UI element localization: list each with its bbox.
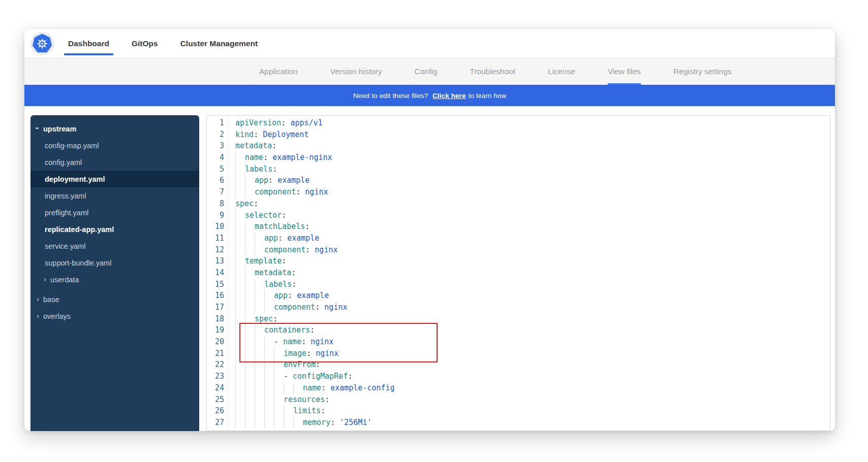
code-text: spec: [228,313,277,325]
yaml-key: labels [245,164,272,174]
indent-guide [245,417,255,428]
yaml-punct: : [268,176,277,185]
primary-tab-gitops[interactable]: GitOps [132,29,158,58]
line-number: 23 [207,371,228,382]
indent-guide [245,313,255,325]
code-line-20: 20- name: nginx [207,336,830,348]
code-line-12: 12component: nginx [207,244,830,256]
file-tree-item-overlays[interactable]: ›overlays [30,308,199,324]
code-line-5: 5labels: [207,163,830,175]
code-line-19: 19containers: [207,324,830,336]
indent-guide [274,394,284,406]
line-number: 1 [207,117,228,129]
yaml-key: component [264,245,305,254]
yaml-value: example-config [330,383,394,392]
yaml-value: nginx [305,187,328,196]
banner-click-here-link[interactable]: Click here [432,92,466,100]
code-text: component: nginx [228,302,348,313]
indent-guide [255,279,264,290]
line-number: 27 [207,417,228,428]
code-text: apiVersion: apps/v1 [228,117,323,129]
indent-guide [245,279,255,290]
yaml-key: name [245,153,263,162]
yaml-punct: : [305,245,315,254]
subnav-tab-config[interactable]: Config [415,58,438,85]
file-tree-item-support-bundle-yaml[interactable]: support-bundle.yaml [30,254,199,271]
indent-guide [245,394,255,406]
yaml-code-editor[interactable]: 1apiVersion: apps/v12kind: Deployment3me… [206,115,830,431]
indent-guide [264,371,274,382]
file-tree-item-service-yaml[interactable]: service.yaml [30,238,199,254]
indent-guide [245,186,255,198]
code-text: envFrom: [228,359,320,371]
yaml-punct: : [348,372,352,381]
code-line-11: 11app: example [207,233,830,244]
code-text: - name: nginx [228,336,333,348]
subnav-tab-view-files[interactable]: View files [608,58,641,85]
yaml-punct: : [263,153,272,162]
indent-guide [255,336,264,348]
code-line-26: 26limits: [207,405,830,417]
file-tree-item-replicated-app-yaml[interactable]: replicated-app.yaml [30,221,199,238]
indent-guide [264,417,274,428]
file-tree-item-base[interactable]: ›base [30,291,199,308]
file-tree-item-ingress-yaml[interactable]: ingress.yaml [30,187,199,204]
file-tree-label: config.yaml [45,158,82,167]
line-number: 20 [207,336,228,348]
subnav-tab-troubleshoot[interactable]: Troubleshoot [470,58,515,85]
file-tree-item-config-yaml[interactable]: config.yaml [30,154,199,171]
indent-guide [245,348,255,359]
yaml-punct: : [273,314,277,323]
yaml-value: example [277,176,309,185]
line-number: 26 [207,405,228,417]
indent-guide [255,359,264,371]
indent-guide [235,290,245,302]
subnav-tab-application[interactable]: Application [259,58,298,85]
code-line-22: 22envFrom: [207,359,830,371]
code-text: metadata: [228,267,296,279]
indent-guide [235,394,245,406]
primary-tab-dashboard[interactable]: Dashboard [68,29,109,58]
yaml-key: apiVersion [235,118,281,127]
code-line-2: 2kind: Deployment [207,129,830,141]
file-tree-label: replicated-app.yaml [45,225,114,234]
line-number: 25 [207,394,228,406]
file-tree-label: userdata [50,276,79,284]
indent-guide [245,267,255,279]
file-tree-item-deployment-yaml[interactable]: deployment.yaml [30,171,199,187]
yaml-key: component [274,303,315,312]
yaml-punct: : [330,418,339,427]
code-line-10: 10matchLabels: [207,221,830,233]
yaml-punct: : [325,395,329,404]
code-text: matchLabels: [228,221,309,233]
indent-guide [264,290,274,302]
file-tree-item-userdata[interactable]: ›userdata [30,271,199,288]
file-tree-item-config-map-yaml[interactable]: config-map.yaml [30,137,199,154]
yaml-key: app [255,176,268,185]
file-tree-item-preflight-yaml[interactable]: preflight.yaml [30,204,199,221]
indent-guide [255,405,264,417]
code-text: labels: [228,279,296,290]
indent-guide [235,336,245,348]
code-text: component: nginx [228,244,338,256]
indent-guide [235,175,245,186]
file-tree-item-upstream[interactable]: ›upstream [30,120,199,137]
line-number: 9 [207,210,228,221]
code-line-8: 8spec: [207,198,830,210]
yaml-value: Deployment [263,130,308,139]
indent-guide [264,348,274,359]
code-line-25: 25resources: [207,394,830,406]
chevron-right-icon: › [44,275,46,283]
indent-guide [235,267,245,279]
indent-guide [235,152,245,163]
code-text: - configMapRef: [228,371,352,382]
indent-guide [274,405,284,417]
line-number: 3 [207,140,228,152]
primary-tab-cluster-management[interactable]: Cluster Management [180,29,258,58]
yaml-key: resources [284,395,325,404]
subnav-tab-registry-settings[interactable]: Registry settings [673,58,732,85]
subnav-tab-license[interactable]: License [548,58,575,85]
yaml-key: name [303,383,321,392]
subnav-tab-version-history[interactable]: Version history [330,58,382,85]
code-text: component: nginx [228,186,328,198]
